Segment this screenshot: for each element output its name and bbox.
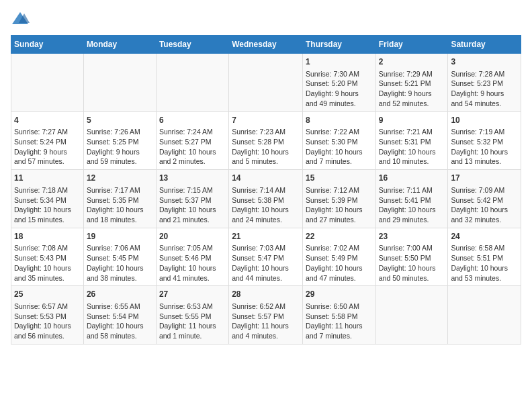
calendar-cell: 27Sunrise: 6:53 AM Sunset: 5:55 PM Dayli…	[156, 286, 228, 345]
day-number: 2	[379, 56, 445, 68]
day-info: Sunrise: 7:02 AM Sunset: 5:49 PM Dayligh…	[306, 243, 373, 283]
calendar-cell: 13Sunrise: 7:15 AM Sunset: 5:37 PM Dayli…	[156, 170, 228, 228]
day-number: 27	[159, 289, 226, 300]
calendar-week-row: 25Sunrise: 6:57 AM Sunset: 5:53 PM Dayli…	[11, 286, 521, 345]
day-info: Sunrise: 7:30 AM Sunset: 5:20 PM Dayligh…	[306, 69, 373, 109]
calendar-cell	[83, 54, 156, 112]
day-number: 25	[14, 289, 81, 300]
calendar-cell: 24Sunrise: 6:58 AM Sunset: 5:51 PM Dayli…	[448, 228, 521, 286]
calendar-cell: 2Sunrise: 7:29 AM Sunset: 5:21 PM Daylig…	[375, 54, 448, 112]
day-info: Sunrise: 7:28 AM Sunset: 5:23 PM Dayligh…	[451, 69, 518, 109]
column-header-wednesday: Wednesday	[229, 36, 303, 54]
day-info: Sunrise: 7:00 AM Sunset: 5:50 PM Dayligh…	[379, 243, 445, 283]
day-number: 21	[232, 231, 300, 242]
day-number: 19	[87, 231, 153, 242]
calendar-cell: 25Sunrise: 6:57 AM Sunset: 5:53 PM Dayli…	[11, 286, 84, 345]
column-header-friday: Friday	[375, 36, 448, 54]
day-number: 18	[14, 231, 81, 242]
calendar-cell: 9Sunrise: 7:21 AM Sunset: 5:31 PM Daylig…	[375, 111, 448, 170]
calendar-cell	[375, 286, 448, 345]
day-info: Sunrise: 7:23 AM Sunset: 5:28 PM Dayligh…	[232, 127, 300, 167]
day-number: 4	[14, 115, 81, 126]
day-number: 16	[379, 173, 445, 184]
calendar-cell: 10Sunrise: 7:19 AM Sunset: 5:32 PM Dayli…	[448, 111, 521, 170]
day-number: 28	[232, 289, 300, 300]
day-info: Sunrise: 7:18 AM Sunset: 5:34 PM Dayligh…	[14, 185, 81, 225]
calendar-cell: 5Sunrise: 7:26 AM Sunset: 5:25 PM Daylig…	[83, 111, 156, 170]
day-info: Sunrise: 7:22 AM Sunset: 5:30 PM Dayligh…	[306, 127, 373, 167]
day-number: 14	[232, 173, 300, 184]
calendar-cell: 11Sunrise: 7:18 AM Sunset: 5:34 PM Dayli…	[11, 170, 84, 228]
day-number: 17	[451, 173, 518, 184]
day-info: Sunrise: 7:06 AM Sunset: 5:45 PM Dayligh…	[87, 243, 153, 283]
calendar-cell: 22Sunrise: 7:02 AM Sunset: 5:49 PM Dayli…	[302, 228, 375, 286]
calendar-cell: 15Sunrise: 7:12 AM Sunset: 5:39 PM Dayli…	[302, 170, 375, 228]
day-info: Sunrise: 7:14 AM Sunset: 5:38 PM Dayligh…	[232, 185, 300, 225]
day-number: 9	[379, 115, 445, 126]
day-number: 1	[306, 56, 373, 68]
day-info: Sunrise: 7:09 AM Sunset: 5:42 PM Dayligh…	[451, 185, 518, 225]
day-info: Sunrise: 7:08 AM Sunset: 5:43 PM Dayligh…	[14, 243, 81, 283]
calendar-cell: 29Sunrise: 6:50 AM Sunset: 5:58 PM Dayli…	[302, 286, 375, 345]
day-number: 12	[87, 173, 153, 184]
calendar-cell	[229, 54, 303, 112]
calendar: SundayMondayTuesdayWednesdayThursdayFrid…	[11, 35, 521, 345]
calendar-cell: 12Sunrise: 7:17 AM Sunset: 5:35 PM Dayli…	[83, 170, 156, 228]
day-info: Sunrise: 7:12 AM Sunset: 5:39 PM Dayligh…	[306, 185, 373, 225]
calendar-week-row: 11Sunrise: 7:18 AM Sunset: 5:34 PM Dayli…	[11, 170, 521, 228]
calendar-cell: 7Sunrise: 7:23 AM Sunset: 5:28 PM Daylig…	[229, 111, 303, 170]
day-number: 10	[451, 115, 518, 126]
calendar-cell	[448, 286, 521, 345]
day-info: Sunrise: 6:57 AM Sunset: 5:53 PM Dayligh…	[14, 302, 81, 341]
day-number: 6	[159, 115, 226, 126]
day-info: Sunrise: 7:27 AM Sunset: 5:24 PM Dayligh…	[14, 127, 81, 167]
day-number: 8	[306, 115, 373, 126]
day-info: Sunrise: 7:29 AM Sunset: 5:21 PM Dayligh…	[379, 69, 445, 109]
day-info: Sunrise: 6:55 AM Sunset: 5:54 PM Dayligh…	[87, 302, 153, 341]
calendar-cell: 4Sunrise: 7:27 AM Sunset: 5:24 PM Daylig…	[11, 111, 84, 170]
calendar-cell: 8Sunrise: 7:22 AM Sunset: 5:30 PM Daylig…	[302, 111, 375, 170]
day-number: 5	[87, 115, 153, 126]
column-header-tuesday: Tuesday	[156, 36, 228, 54]
day-info: Sunrise: 7:15 AM Sunset: 5:37 PM Dayligh…	[159, 185, 226, 225]
day-info: Sunrise: 7:05 AM Sunset: 5:46 PM Dayligh…	[159, 243, 226, 283]
day-number: 13	[159, 173, 226, 184]
day-info: Sunrise: 7:24 AM Sunset: 5:27 PM Dayligh…	[159, 127, 226, 167]
logo-icon	[11, 11, 30, 27]
calendar-week-row: 18Sunrise: 7:08 AM Sunset: 5:43 PM Dayli…	[11, 228, 521, 286]
calendar-header-row: SundayMondayTuesdayWednesdayThursdayFrid…	[11, 36, 521, 54]
day-number: 24	[451, 231, 518, 242]
calendar-week-row: 1Sunrise: 7:30 AM Sunset: 5:20 PM Daylig…	[11, 54, 521, 112]
day-number: 7	[232, 115, 300, 126]
day-info: Sunrise: 7:11 AM Sunset: 5:41 PM Dayligh…	[379, 185, 445, 225]
column-header-saturday: Saturday	[448, 36, 521, 54]
header	[11, 11, 521, 27]
calendar-week-row: 4Sunrise: 7:27 AM Sunset: 5:24 PM Daylig…	[11, 111, 521, 170]
day-number: 22	[306, 231, 373, 242]
day-number: 26	[87, 289, 153, 300]
day-number: 29	[306, 289, 373, 300]
calendar-cell	[11, 54, 84, 112]
calendar-cell: 16Sunrise: 7:11 AM Sunset: 5:41 PM Dayli…	[375, 170, 448, 228]
day-info: Sunrise: 6:50 AM Sunset: 5:58 PM Dayligh…	[306, 302, 373, 341]
logo	[11, 11, 32, 27]
calendar-cell: 21Sunrise: 7:03 AM Sunset: 5:47 PM Dayli…	[229, 228, 303, 286]
calendar-cell	[156, 54, 228, 112]
day-number: 23	[379, 231, 445, 242]
calendar-cell: 26Sunrise: 6:55 AM Sunset: 5:54 PM Dayli…	[83, 286, 156, 345]
column-header-sunday: Sunday	[11, 36, 84, 54]
day-info: Sunrise: 6:58 AM Sunset: 5:51 PM Dayligh…	[451, 243, 518, 283]
calendar-cell: 14Sunrise: 7:14 AM Sunset: 5:38 PM Dayli…	[229, 170, 303, 228]
day-info: Sunrise: 7:26 AM Sunset: 5:25 PM Dayligh…	[87, 127, 153, 167]
calendar-cell: 20Sunrise: 7:05 AM Sunset: 5:46 PM Dayli…	[156, 228, 228, 286]
column-header-monday: Monday	[83, 36, 156, 54]
day-info: Sunrise: 7:19 AM Sunset: 5:32 PM Dayligh…	[451, 127, 518, 167]
calendar-cell: 1Sunrise: 7:30 AM Sunset: 5:20 PM Daylig…	[302, 54, 375, 112]
day-info: Sunrise: 7:03 AM Sunset: 5:47 PM Dayligh…	[232, 243, 300, 283]
day-info: Sunrise: 6:52 AM Sunset: 5:57 PM Dayligh…	[232, 302, 300, 341]
day-info: Sunrise: 7:21 AM Sunset: 5:31 PM Dayligh…	[379, 127, 445, 167]
calendar-cell: 17Sunrise: 7:09 AM Sunset: 5:42 PM Dayli…	[448, 170, 521, 228]
day-number: 15	[306, 173, 373, 184]
calendar-cell: 23Sunrise: 7:00 AM Sunset: 5:50 PM Dayli…	[375, 228, 448, 286]
column-header-thursday: Thursday	[302, 36, 375, 54]
